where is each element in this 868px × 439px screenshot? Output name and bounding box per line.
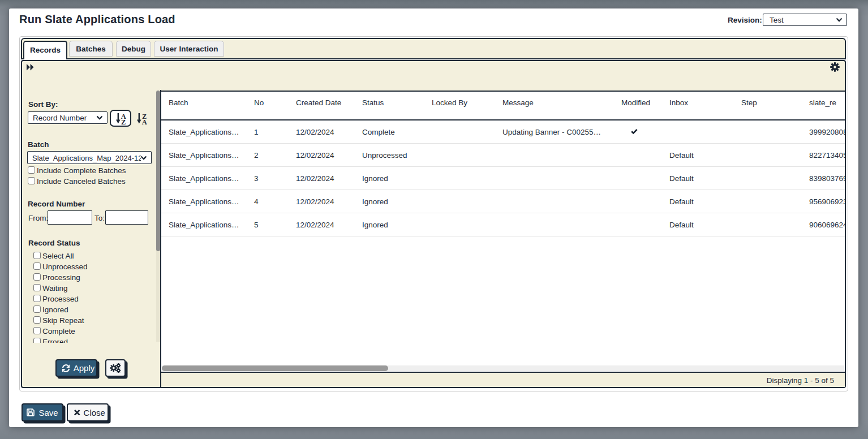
- svg-text:Z: Z: [121, 118, 126, 125]
- svg-text:A: A: [142, 118, 147, 125]
